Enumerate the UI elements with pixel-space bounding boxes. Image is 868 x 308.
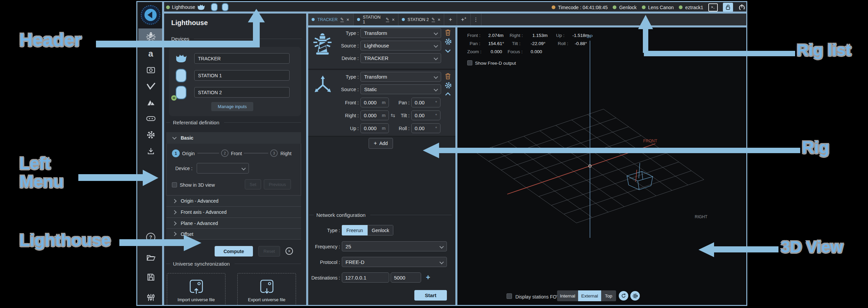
terminal-icon[interactable]: >_ (708, 3, 718, 12)
sidebar-item-settings[interactable] (138, 127, 163, 142)
collapse-chevron-up-icon[interactable] (445, 92, 451, 96)
manage-inputs-button[interactable]: Manage inputs (211, 102, 253, 111)
trash-icon[interactable] (445, 73, 451, 80)
front-input[interactable]: 0.000m (360, 98, 389, 107)
add-multi-rig-button[interactable]: ++ (457, 14, 471, 25)
lock-button[interactable] (723, 3, 733, 12)
annotation-rig-list-line (644, 51, 795, 56)
step-origin[interactable]: 1 (172, 149, 180, 157)
a-logo-icon: a (148, 48, 153, 59)
device-select[interactable] (197, 163, 249, 173)
source-label: Source : (339, 87, 359, 92)
export-universe-tile[interactable]: Export universe file (237, 273, 296, 306)
tilt-input[interactable]: 0.00° (411, 110, 440, 120)
accordion-basic[interactable]: Basic (166, 132, 301, 144)
station-icon[interactable] (222, 3, 229, 11)
sidebar-item-open-project[interactable] (138, 250, 163, 265)
reset-button[interactable]: Reset (258, 246, 280, 256)
source-select[interactable]: Static (360, 84, 441, 94)
sidebar-item-a-logo[interactable]: a (138, 46, 163, 61)
show-3d-view-checkbox[interactable] (172, 182, 177, 187)
accordion-front-axis-advanced[interactable]: Front axis - Advanced (166, 206, 301, 218)
collapse-chevron-down-icon[interactable] (445, 49, 451, 53)
reset-view-button[interactable] (619, 291, 628, 301)
edit-tab-icon[interactable]: ✎ (386, 17, 389, 22)
previous-button[interactable]: Previous (264, 179, 291, 189)
gear-icon (146, 130, 155, 139)
destination-ip-input[interactable]: 127.0.0.1 (342, 272, 389, 283)
add-rig-button[interactable]: + (444, 14, 457, 25)
compute-button[interactable]: Compute (215, 246, 253, 256)
device-name-input[interactable]: STATION 1 (194, 70, 290, 81)
sidebar-item-link[interactable] (138, 111, 163, 126)
tab-menu-button[interactable]: ⋮ (471, 14, 481, 25)
type-select[interactable]: Transform (360, 72, 441, 82)
type-select[interactable]: Transform (360, 28, 441, 38)
chevron-down-icon (434, 87, 438, 91)
download-icon (147, 147, 155, 155)
sidebar-item-preferences[interactable] (138, 290, 163, 305)
destination-port-input[interactable]: 5000 (391, 272, 421, 283)
panel-title: Lighthouse (171, 19, 208, 27)
close-tab-icon[interactable]: × (347, 17, 349, 22)
device-name-input[interactable]: STATION 2 (194, 87, 290, 98)
protocol-select[interactable]: FREE-D (342, 257, 447, 267)
tracker-crown-icon (174, 52, 189, 64)
trash-icon[interactable] (445, 29, 451, 36)
set-button[interactable]: Set (245, 179, 261, 189)
sidebar-item-markers[interactable] (138, 95, 163, 110)
chevron-right-icon (172, 221, 177, 226)
step-right[interactable]: 3 (270, 149, 278, 157)
app-logo-icon[interactable] (141, 5, 160, 25)
accordion-origin-advanced[interactable]: Origin - Advanced (166, 195, 301, 206)
edit-tab-icon[interactable]: ✎ (432, 17, 435, 22)
tab-station-2[interactable]: STATION 2 ✎ × (398, 14, 444, 25)
step-front[interactable]: 2 (221, 149, 229, 157)
import-universe-tile[interactable]: Import universe file (167, 273, 225, 306)
genlock-option[interactable]: Genlock (368, 225, 393, 235)
right-input[interactable]: 0.000m (360, 110, 389, 120)
up-input[interactable]: 0.000m (360, 123, 389, 133)
add-destination-icon[interactable]: + (426, 273, 430, 282)
close-tab-icon[interactable]: × (438, 17, 440, 22)
annotation-left-menu-line (78, 174, 143, 181)
tracker-crown-icon[interactable] (196, 3, 206, 11)
accordion-plane-advanced[interactable]: Plane - Advanced (166, 218, 301, 229)
view-top-button[interactable]: Top (601, 290, 616, 301)
sidebar-item-camera[interactable] (138, 62, 163, 77)
sidebar-item-download[interactable] (138, 144, 163, 159)
annotation-3d-view-line (714, 246, 778, 252)
add-transform-button[interactable]: +Add (369, 138, 393, 149)
view-internal-button[interactable]: Internal (557, 290, 578, 301)
gear-icon[interactable] (445, 38, 452, 45)
tab-tracker[interactable]: TRACKER ✎ × (308, 14, 354, 25)
unlock-icon (725, 4, 731, 10)
tab-status-dot (357, 18, 360, 21)
device-select[interactable]: TRACKER (360, 53, 441, 63)
app-status-dot (166, 5, 170, 9)
tab-status-dot (402, 18, 405, 21)
device-status: eztrack1 (679, 5, 703, 10)
roll-input[interactable]: 0.00° (411, 123, 440, 133)
frequency-select[interactable]: 25 (342, 241, 447, 251)
start-button[interactable]: Start (414, 290, 447, 301)
display-fov-checkbox[interactable] (507, 293, 512, 299)
edit-tab-icon[interactable]: ✎ (340, 17, 344, 22)
close-tab-icon[interactable]: × (392, 17, 395, 22)
annotation-rig-list-shaft (643, 29, 648, 53)
lens-dot (642, 5, 646, 9)
camera-wireframe[interactable] (627, 163, 653, 190)
device-name-input[interactable]: TRACKER (194, 53, 290, 64)
power-button[interactable] (738, 4, 746, 11)
pan-input[interactable]: 0.00° (411, 98, 440, 107)
sidebar-item-vector[interactable] (138, 79, 163, 94)
station-icon[interactable] (211, 3, 218, 11)
view-external-button[interactable]: External (578, 290, 601, 301)
clear-circle-icon[interactable]: × (285, 247, 293, 255)
freerun-option[interactable]: Freerun (342, 225, 368, 235)
view-settings-button[interactable] (630, 291, 640, 301)
source-select[interactable]: Lighthouse (360, 41, 441, 50)
sidebar-item-save-project[interactable] (138, 270, 163, 285)
tab-station-1[interactable]: STATION 1 ✎ × (354, 14, 398, 25)
gear-icon[interactable] (445, 82, 452, 89)
